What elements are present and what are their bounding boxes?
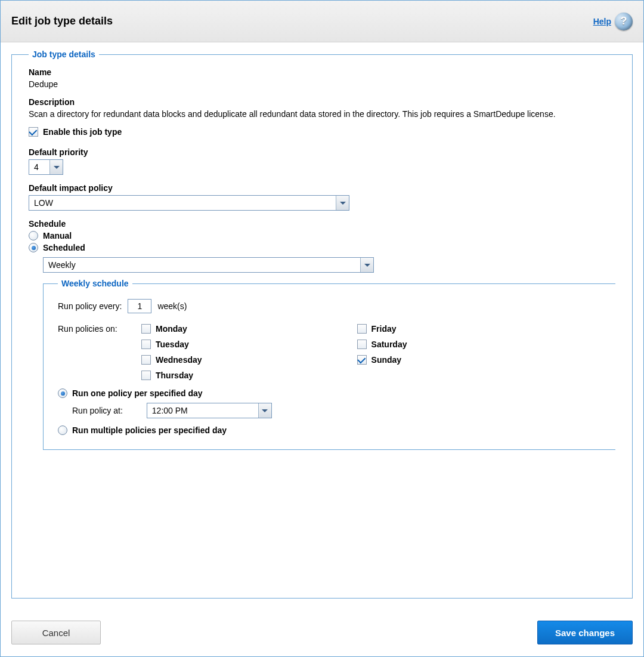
name-field: Name Dedupe [29,67,615,89]
monday-label: Monday [156,324,187,334]
run-on-label: Run policies on: [58,324,141,334]
schedule-manual-label: Manual [43,231,72,240]
priority-select-value: 4 [29,160,49,174]
description-value: Scan a directory for redundant data bloc… [29,109,556,119]
run-at-select-value: 12:00 PM [147,403,258,418]
schedule-field: Schedule Manual Scheduled Weekly Wee [29,219,615,450]
tuesday-label: Tuesday [156,340,189,349]
schedule-scheduled-row: Scheduled [29,243,615,252]
description-field: Description Scan a directory for redunda… [29,97,615,119]
priority-field: Default priority 4 [29,147,615,175]
schedule-scheduled-label: Scheduled [43,243,85,252]
run-every-input[interactable] [128,299,151,313]
chevron-down-icon [336,196,349,210]
run-at-row: Run policy at: 12:00 PM [72,403,601,418]
fieldset-legend: Job type details [29,50,99,59]
days-columns: Monday Tuesday Wednesday Thursday Friday… [141,324,407,380]
save-changes-button[interactable]: Save changes [537,621,633,644]
priority-select[interactable]: 4 [29,159,63,175]
impact-select[interactable]: LOW [29,195,349,211]
schedule-manual-row: Manual [29,231,615,240]
schedule-scheduled-radio[interactable] [29,243,38,252]
run-multiple-radio[interactable] [58,425,67,435]
frequency-select-value: Weekly [44,258,360,272]
dialog-footer: Cancel Save changes [1,615,643,656]
enable-label: Enable this job type [43,127,122,137]
impact-label: Default impact policy [29,183,615,193]
chevron-down-icon [258,403,271,418]
help-link[interactable]: Help [593,17,611,26]
sunday-checkbox[interactable] [357,355,367,365]
dialog: Edit job type details Help Job type deta… [0,0,644,657]
days-row: Run policies on: Monday Tuesday Wednesda… [58,324,601,380]
saturday-label: Saturday [371,340,407,349]
schedule-manual-radio[interactable] [29,231,38,240]
impact-field: Default impact policy LOW [29,183,615,211]
dialog-title: Edit job type details [11,15,113,27]
thursday-label: Thursday [156,371,193,380]
impact-select-value: LOW [29,196,336,210]
run-at-label: Run policy at: [72,406,123,415]
run-every-label: Run policy every: [58,301,122,311]
job-type-details-fieldset: Job type details Name Dedupe Description… [11,50,633,599]
days-col-left: Monday Tuesday Wednesday Thursday [141,324,202,380]
run-multiple-label: Run multiple policies per specified day [72,425,227,435]
cancel-button[interactable]: Cancel [11,621,101,644]
wednesday-label: Wednesday [156,355,202,365]
run-multiple-row: Run multiple policies per specified day [58,425,601,435]
friday-checkbox[interactable] [357,324,367,334]
chevron-down-icon [360,258,373,272]
run-one-label: Run one policy per specified day [72,388,203,398]
dialog-body: Job type details Name Dedupe Description… [1,42,643,615]
friday-label: Friday [371,324,397,334]
name-value: Dedupe [29,79,58,89]
days-col-right: Friday Saturday Sunday [357,324,407,380]
help-wrap: Help [593,13,633,30]
dialog-header: Edit job type details Help [1,1,643,42]
saturday-checkbox[interactable] [357,340,367,349]
weekly-schedule-fieldset: Weekly schedule Run policy every: week(s… [43,279,615,450]
name-label: Name [29,67,615,77]
run-every-row: Run policy every: week(s) [58,299,601,313]
frequency-select[interactable]: Weekly [43,257,374,273]
priority-label: Default priority [29,147,615,157]
weekly-legend: Weekly schedule [58,279,132,288]
run-one-radio[interactable] [58,388,67,398]
run-one-row: Run one policy per specified day [58,388,601,398]
run-every-units: week(s) [157,301,187,311]
chevron-down-icon [49,160,63,174]
enable-checkbox[interactable] [29,127,38,137]
tuesday-checkbox[interactable] [141,340,151,349]
wednesday-checkbox[interactable] [141,355,151,365]
sunday-label: Sunday [371,355,402,365]
enable-row: Enable this job type [29,127,615,137]
run-at-select[interactable]: 12:00 PM [147,403,272,418]
description-label: Description [29,97,615,107]
thursday-checkbox[interactable] [141,371,151,380]
schedule-label: Schedule [29,219,615,229]
monday-checkbox[interactable] [141,324,151,334]
help-icon[interactable] [615,13,633,30]
